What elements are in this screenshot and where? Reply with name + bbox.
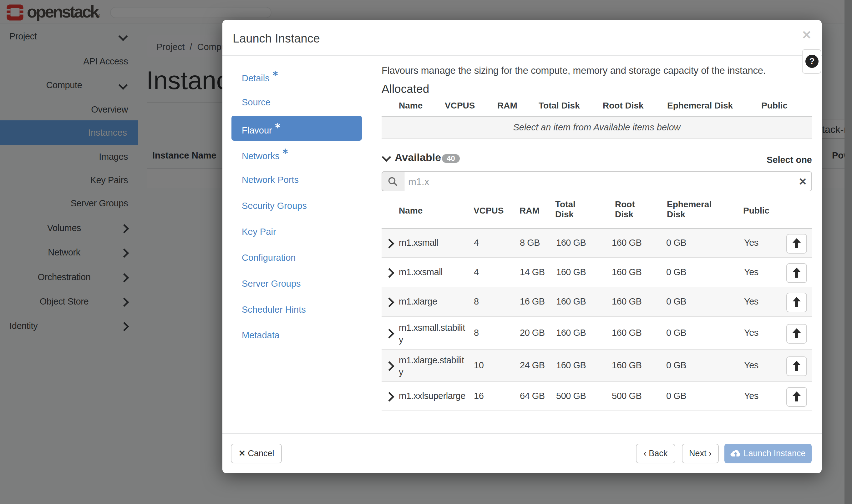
svg-text:?: ? <box>809 56 815 66</box>
